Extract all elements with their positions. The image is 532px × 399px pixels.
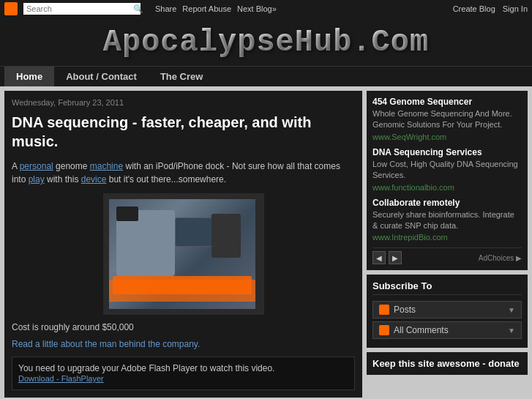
ad-1-title: 454 Genome Sequencer <box>372 97 522 107</box>
body-text-1: genome <box>53 161 90 171</box>
device-link[interactable]: device <box>81 174 107 184</box>
body-text-4: but it's out there...somewhere. <box>106 174 226 184</box>
navigation: Home About / Contact The Crew <box>0 66 532 86</box>
read-more-link[interactable]: Read a little about the man behind the c… <box>12 339 200 349</box>
create-blog-link[interactable]: Create Blog <box>453 4 495 13</box>
body-text-intro: A <box>12 161 20 171</box>
topbar: 🔍 Share Report Abuse Next Blog» Create B… <box>0 0 532 18</box>
personal-link[interactable]: personal <box>20 161 53 171</box>
ad-next-button[interactable]: ▶ <box>389 251 402 264</box>
post-image-container <box>103 193 264 315</box>
ad-3-desc: Securely share bioinformatics. Integrate… <box>372 209 522 232</box>
site-title: ApocalypseHub.Com <box>0 25 532 60</box>
subscribe-comments[interactable]: All Comments ▼ <box>372 321 522 339</box>
subscribe-comments-label: All Comments <box>394 325 449 335</box>
ad-choices-label: AdChoices ▶ <box>479 254 522 262</box>
nav-crew[interactable]: The Crew <box>149 67 215 86</box>
sidebar-ad-2: DNA Sequencing Services Low Cost, High Q… <box>372 147 522 192</box>
post-body: A personal genome machine with an iPod/i… <box>12 160 355 186</box>
sidebar-subscribe: Subscribe To Posts ▼ All Comments ▼ <box>367 275 528 348</box>
flash-notice-text: You need to upgrade your Adobe Flash Pla… <box>18 363 348 373</box>
report-abuse-link[interactable]: Report Abuse <box>182 4 231 13</box>
rss-comments-icon <box>379 325 389 335</box>
ad-2-title: DNA Sequencing Services <box>372 147 522 157</box>
ad-navigation: ◀ ▶ AdChoices ▶ <box>372 247 522 264</box>
main-container: Wednesday, February 23, 2011 DNA sequenc… <box>0 86 532 399</box>
donate-section: Keep this site awesome - donate <box>367 352 528 375</box>
body-text-3: with this <box>45 174 81 184</box>
rss-posts-icon <box>379 305 389 315</box>
ad-1-desc: Whole Genome Sequencing And More. Genomi… <box>372 108 522 131</box>
post-title: DNA sequencing - faster, cheaper, and wi… <box>12 113 355 151</box>
post-date: Wednesday, February 23, 2011 <box>12 98 355 107</box>
sign-in-link[interactable]: Sign In <box>503 4 528 13</box>
ad-2-desc: Low Cost, High Quality DNA Sequencing Se… <box>372 159 522 182</box>
sidebar: 454 Genome Sequencer Whole Genome Sequen… <box>367 91 528 398</box>
blogger-logo <box>4 2 18 15</box>
ad-prev-button[interactable]: ◀ <box>372 251 386 264</box>
ad-2-link[interactable]: www.functionalbio.com <box>372 183 454 192</box>
ad-3-link[interactable]: www.IntrepidBio.com <box>372 233 448 242</box>
content-area: Wednesday, February 23, 2011 DNA sequenc… <box>4 91 362 398</box>
nav-about-contact[interactable]: About / Contact <box>54 67 149 86</box>
posts-chevron-icon: ▼ <box>508 306 515 314</box>
search-input[interactable] <box>23 3 141 15</box>
donate-title: Keep this site awesome - donate <box>372 358 522 369</box>
topbar-links: Share Report Abuse Next Blog» <box>155 4 277 13</box>
post-cost: Cost is roughly around $50,000 <box>12 322 355 332</box>
nav-home[interactable]: Home <box>4 67 54 86</box>
subscribe-title: Subscribe To <box>372 280 522 295</box>
sidebar-ads: 454 Genome Sequencer Whole Genome Sequen… <box>367 91 528 270</box>
sidebar-ad-1: 454 Genome Sequencer Whole Genome Sequen… <box>372 97 522 141</box>
machine-link[interactable]: machine <box>90 161 123 171</box>
ad-1-link[interactable]: www.SeqWright.com <box>372 133 446 141</box>
share-link[interactable]: Share <box>155 4 176 13</box>
flash-download-link[interactable]: Download - FlashPlayer <box>18 374 104 383</box>
comments-chevron-icon: ▼ <box>508 327 515 335</box>
play-link[interactable]: play <box>29 174 45 184</box>
next-blog-link[interactable]: Next Blog» <box>237 4 277 13</box>
topbar-right: Create Blog Sign In <box>453 4 528 13</box>
subscribe-posts[interactable]: Posts ▼ <box>372 301 522 318</box>
search-icon: 🔍 <box>133 4 143 14</box>
site-header: ApocalypseHub.Com <box>0 18 532 66</box>
post-image <box>109 199 255 309</box>
flash-notice: You need to upgrade your Adobe Flash Pla… <box>12 357 355 390</box>
subscribe-posts-label: Posts <box>394 305 416 315</box>
ad-3-title: Collaborate remotely <box>372 198 522 208</box>
sidebar-ad-3: Collaborate remotely Securely share bioi… <box>372 198 522 242</box>
